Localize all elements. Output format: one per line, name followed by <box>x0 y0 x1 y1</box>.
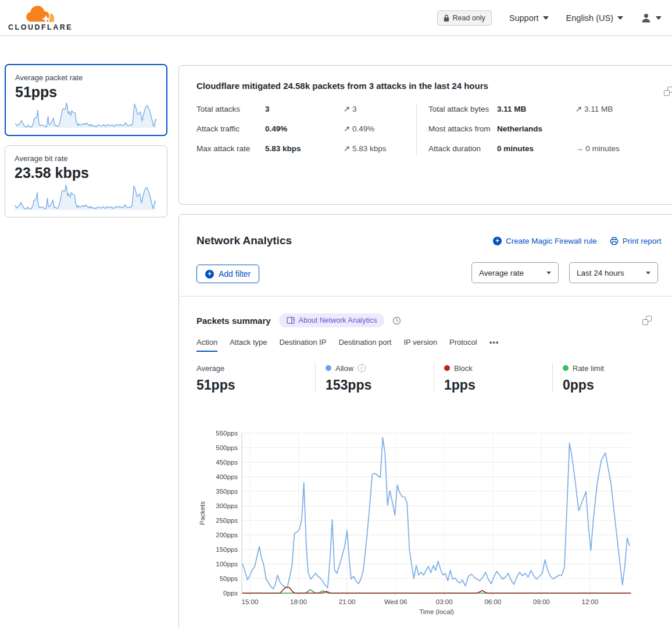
print-report-label: Print report <box>623 237 662 245</box>
stat-delta: ↗ 0.49% <box>344 123 416 135</box>
metric-dropdown-value: Average rate <box>479 269 524 277</box>
svg-text:300pps: 300pps <box>216 502 238 509</box>
stat-row: Total attack bytes 3.11 MB ↗ 3.11 MB <box>428 104 672 116</box>
network-analytics-card: Network Analytics + Create Magic Firewal… <box>178 214 672 628</box>
stat-value: 0.49% <box>265 123 344 135</box>
stat-row: Attack traffic 0.49% ↗ 0.49% <box>196 123 416 135</box>
allow-dot-icon <box>326 365 331 371</box>
chevron-down-icon <box>646 272 650 274</box>
rate-limit-dot-icon <box>563 365 569 371</box>
stat-delta: ↗ 5.83 kbps <box>344 143 416 155</box>
summary-stats-left: Total attacks 3 ↗ 3 Attack traffic 0.49%… <box>196 104 416 155</box>
read-only-label: Read only <box>453 14 485 22</box>
printer-icon <box>610 237 619 245</box>
chevron-down-icon <box>617 16 623 20</box>
language-label: English (US) <box>566 13 613 23</box>
action-stats-row: Average 51pps Allow i 153pps Block 1pps <box>196 363 671 393</box>
svg-text:Packets: Packets <box>199 501 206 525</box>
stat-value: 0 minutes <box>497 143 576 155</box>
packets-chart: 0pps50pps100pps150pps200pps250pps300pps3… <box>196 429 662 623</box>
stat-delta: ↗ 3.11 MB <box>576 104 672 116</box>
stat-value: 0pps <box>563 377 665 393</box>
stat-value: 1pps <box>444 377 546 393</box>
time-info-button[interactable] <box>392 316 401 325</box>
read-only-badge[interactable]: Read only <box>437 10 492 26</box>
network-analytics-title: Network Analytics <box>196 234 292 247</box>
metric-card-packet-rate[interactable]: Average packet rate 51pps <box>5 64 167 136</box>
create-magic-firewall-rule-link[interactable]: + Create Magic Firewall rule <box>493 237 597 245</box>
stat-average: Average 51pps <box>196 363 315 393</box>
stat-label: Most attacks from <box>428 123 497 135</box>
metric-label: Average bit rate <box>15 154 158 163</box>
stat-allow: Allow i 153pps <box>315 363 434 393</box>
stat-label: Attack traffic <box>196 123 265 135</box>
stat-row: Total attacks 3 ↗ 3 <box>196 104 416 116</box>
svg-text:Time (local): Time (local) <box>419 608 454 615</box>
summary-stats-right: Total attack bytes 3.11 MB ↗ 3.11 MB Mos… <box>416 104 672 155</box>
chevron-down-icon <box>546 272 551 274</box>
lock-icon <box>444 15 449 22</box>
bit-rate-sparkline <box>13 182 158 212</box>
tab-destination-ip[interactable]: Destination IP <box>279 338 326 352</box>
svg-text:350pps: 350pps <box>216 488 238 495</box>
stat-value: Netherlands <box>497 123 576 135</box>
tab-destination-port[interactable]: Destination port <box>338 338 391 352</box>
language-menu[interactable]: English (US) <box>566 13 623 23</box>
cloudflare-cloud-icon <box>23 5 59 26</box>
about-network-analytics-pill[interactable]: About Network Analytics <box>279 313 385 327</box>
metric-label: Average packet rate <box>15 73 157 82</box>
svg-text:100pps: 100pps <box>216 561 238 568</box>
metric-card-bit-rate[interactable]: Average bit rate 23.58 kbps <box>5 145 167 217</box>
svg-text:550pps: 550pps <box>216 430 238 437</box>
packets-summary-tabs: Action Attack type Destination IP Destin… <box>196 338 499 352</box>
attack-summary-title: Cloudflare mitigated 24.58k packets from… <box>196 81 672 91</box>
stat-value: 5.83 kbps <box>265 143 344 155</box>
chevron-down-icon <box>543 16 549 20</box>
book-icon <box>287 317 295 324</box>
plus-circle-icon: + <box>493 237 502 245</box>
tab-action[interactable]: Action <box>196 338 217 352</box>
time-range-dropdown[interactable]: Last 24 hours <box>569 262 658 283</box>
svg-text:50pps: 50pps <box>220 575 238 582</box>
metric-value: 51pps <box>15 84 157 101</box>
stat-label: Attack duration <box>428 143 497 155</box>
stat-block: Block 1pps <box>434 363 552 393</box>
tab-ip-version[interactable]: IP version <box>403 338 437 352</box>
add-filter-button[interactable]: + Add filter <box>196 265 259 283</box>
tab-attack-type[interactable]: Attack type <box>230 338 267 352</box>
logo-wordmark: CLOUDFLARE <box>8 23 73 31</box>
stat-label: Total attack bytes <box>428 104 497 116</box>
packets-summary-title: Packets summary <box>196 316 271 326</box>
tab-protocol[interactable]: Protocol <box>449 338 477 352</box>
stat-row: Max attack rate 5.83 kbps ↗ 5.83 kbps <box>196 143 416 155</box>
account-menu[interactable] <box>641 13 662 23</box>
stat-value: 51pps <box>196 377 309 393</box>
plus-circle-icon: + <box>205 270 214 279</box>
block-dot-icon <box>444 365 450 371</box>
tab-more[interactable]: ••• <box>489 338 499 352</box>
metric-dropdown[interactable]: Average rate <box>471 262 559 283</box>
stat-rate-limit: Rate limit 0pps <box>552 363 671 393</box>
user-icon <box>641 13 652 23</box>
stat-label: Rate limit <box>573 364 604 373</box>
stat-delta: → 0 minutes <box>576 143 672 155</box>
stat-value: 3 <box>265 104 344 116</box>
stat-label: Allow <box>335 364 353 373</box>
svg-text:12:00: 12:00 <box>582 598 599 605</box>
svg-text:0pps: 0pps <box>223 590 238 597</box>
packet-rate-sparkline <box>14 100 158 130</box>
clock-icon <box>392 316 401 325</box>
cloudflare-logo[interactable]: CLOUDFLARE <box>8 5 73 31</box>
svg-text:09:00: 09:00 <box>533 598 550 605</box>
expand-card-icon[interactable] <box>664 87 672 96</box>
info-icon[interactable]: i <box>358 364 366 372</box>
svg-text:18:00: 18:00 <box>290 598 307 605</box>
attack-summary-card: Cloudflare mitigated 24.58k packets from… <box>178 65 672 205</box>
svg-text:150pps: 150pps <box>216 546 238 553</box>
stat-row: Most attacks from Netherlands <box>428 123 672 135</box>
support-menu[interactable]: Support <box>509 13 549 23</box>
metric-value: 23.58 kbps <box>15 165 158 181</box>
svg-text:250pps: 250pps <box>216 517 238 524</box>
print-report-link[interactable]: Print report <box>610 237 662 245</box>
expand-card-icon[interactable] <box>642 316 652 325</box>
